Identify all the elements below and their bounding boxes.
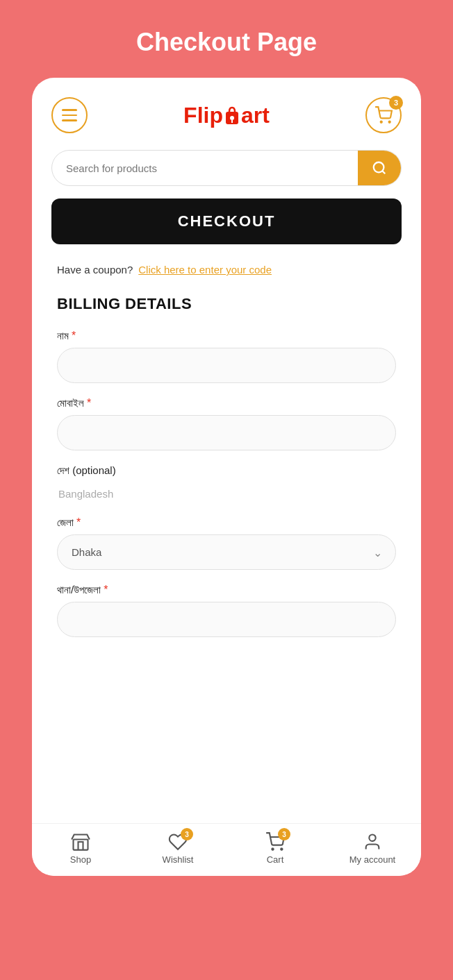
required-star-district: * — [76, 516, 81, 529]
wishlist-badge: 3 — [181, 828, 193, 840]
heart-icon-wrap: 3 — [168, 832, 188, 852]
field-label-thana: থানা/উপজেলা * — [57, 584, 396, 596]
field-group-district: জেলা * Dhaka Chittagong Sylhet Rajshahi … — [57, 516, 396, 570]
field-label-district: জেলা * — [57, 516, 396, 529]
required-star-thana: * — [104, 584, 108, 596]
name-input[interactable] — [57, 348, 396, 383]
nav-item-wishlist[interactable]: 3 Wishlist — [129, 832, 226, 865]
menu-button[interactable] — [51, 97, 88, 133]
field-label-name: নাম * — [57, 330, 396, 342]
header: Flip art 3 — [32, 78, 421, 144]
checkout-bar[interactable]: CHECKOUT — [51, 198, 402, 244]
coupon-label: Have a coupon? — [57, 264, 133, 276]
district-select[interactable]: Dhaka Chittagong Sylhet Rajshahi Khulna … — [57, 534, 396, 570]
svg-point-3 — [381, 121, 382, 123]
field-group-thana: থানা/উপজেলা * — [57, 584, 396, 637]
hamburger-icon — [62, 109, 77, 121]
thana-input[interactable] — [57, 602, 396, 637]
coupon-link[interactable]: Click here to enter your code — [138, 264, 272, 276]
field-group-mobile: মোবাইল * — [57, 397, 396, 450]
shop-icon-wrap — [71, 832, 90, 852]
cart-nav-badge: 3 — [278, 828, 290, 840]
checkout-bar-label: CHECKOUT — [178, 212, 276, 230]
district-select-wrapper: Dhaka Chittagong Sylhet Rajshahi Khulna … — [57, 534, 396, 570]
cart-badge: 3 — [389, 96, 403, 110]
field-label-mobile: মোবাইল * — [57, 397, 396, 409]
country-value: Bangladesh — [57, 482, 396, 502]
nav-label-shop: Shop — [70, 854, 91, 865]
svg-point-1 — [230, 116, 234, 120]
bottom-nav: Shop 3 Wishlist 3 Cart — [32, 823, 421, 876]
nav-item-account[interactable]: My account — [324, 832, 421, 865]
svg-line-6 — [382, 171, 385, 174]
nav-label-wishlist: Wishlist — [163, 854, 194, 865]
billing-section-title: BILLING DETAILS — [57, 295, 396, 313]
svg-point-4 — [389, 121, 390, 123]
search-bar — [51, 150, 402, 186]
required-star-name: * — [72, 330, 76, 342]
nav-item-cart[interactable]: 3 Cart — [226, 832, 324, 865]
svg-point-8 — [272, 848, 273, 850]
phone-card: Flip art 3 — [32, 78, 421, 876]
cart-header-button[interactable]: 3 — [365, 97, 402, 133]
logo-text-flip: Flip — [183, 103, 223, 128]
field-group-country: দেশ (optional) Bangladesh — [57, 464, 396, 502]
field-group-name: নাম * — [57, 330, 396, 383]
svg-rect-2 — [231, 120, 233, 123]
shop-icon — [71, 832, 90, 852]
account-icon — [363, 832, 382, 852]
svg-point-9 — [281, 848, 282, 850]
svg-point-5 — [374, 162, 384, 173]
search-button[interactable] — [358, 151, 401, 185]
logo: Flip art — [183, 103, 270, 128]
logo-bag-icon — [223, 105, 241, 126]
search-icon — [372, 160, 387, 176]
required-star-mobile: * — [87, 397, 91, 409]
page-title: Checkout Page — [136, 28, 317, 57]
mobile-input[interactable] — [57, 415, 396, 450]
nav-label-cart: Cart — [267, 854, 284, 865]
nav-item-shop[interactable]: Shop — [32, 832, 129, 865]
coupon-row: Have a coupon? Click here to enter your … — [57, 264, 396, 276]
search-input[interactable] — [52, 153, 358, 184]
cart-icon-wrap: 3 — [265, 832, 285, 852]
svg-rect-7 — [74, 840, 88, 850]
body-content: Have a coupon? Click here to enter your … — [32, 244, 421, 637]
svg-point-10 — [369, 835, 375, 841]
field-label-country: দেশ (optional) — [57, 464, 396, 477]
cart-header-icon — [374, 106, 393, 124]
nav-label-account: My account — [349, 854, 395, 865]
account-icon-wrap — [363, 832, 382, 852]
logo-text-art: art — [241, 103, 270, 128]
